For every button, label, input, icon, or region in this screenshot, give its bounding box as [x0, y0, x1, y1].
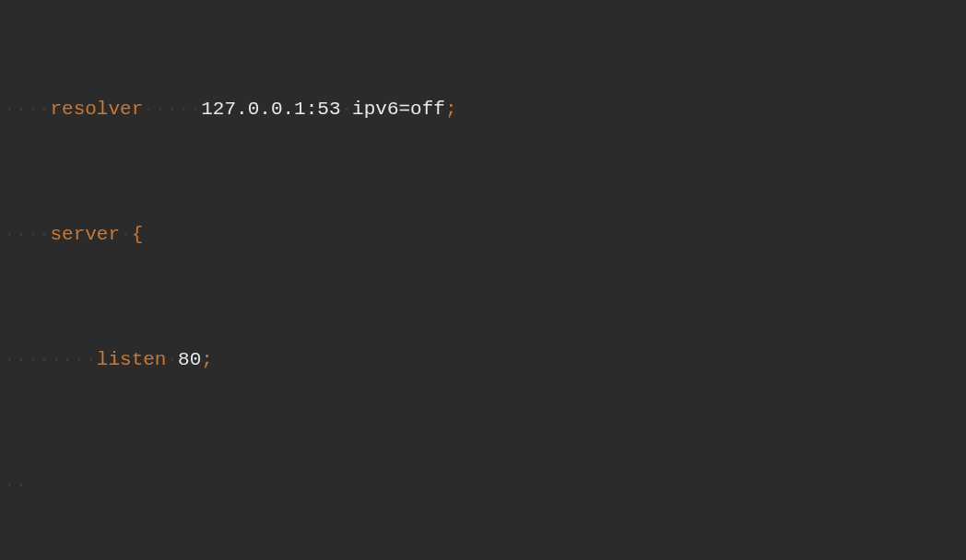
- token-punctuation: ;: [201, 349, 213, 370]
- indent-whitespace: ········: [4, 349, 97, 370]
- inline-whitespace: ·····: [143, 99, 201, 120]
- token-keyword: resolver: [50, 99, 143, 120]
- token-literal: 127.0.0.1:53: [201, 99, 340, 120]
- inline-whitespace: ·: [341, 99, 353, 120]
- code-editor[interactable]: ····resolver·····127.0.0.1:53·ipv6=off; …: [0, 0, 966, 560]
- inline-whitespace: ·: [120, 224, 132, 245]
- token-brace: {: [132, 224, 144, 245]
- indent-whitespace: ····: [4, 224, 50, 245]
- indent-whitespace: ··: [4, 474, 27, 496]
- code-line: ····server·{: [4, 219, 962, 251]
- inline-whitespace: ·: [166, 349, 178, 370]
- token-keyword: server: [50, 224, 120, 245]
- token-punctuation: ;: [445, 99, 457, 120]
- code-line: ········listen·80;: [4, 344, 962, 376]
- code-line: ··: [4, 470, 962, 501]
- token-keyword: listen: [97, 349, 167, 370]
- token-number: 80: [178, 349, 201, 370]
- token-literal: ipv6=off: [352, 99, 445, 120]
- indent-whitespace: ····: [4, 99, 50, 120]
- code-line: ····resolver·····127.0.0.1:53·ipv6=off;: [4, 94, 962, 125]
